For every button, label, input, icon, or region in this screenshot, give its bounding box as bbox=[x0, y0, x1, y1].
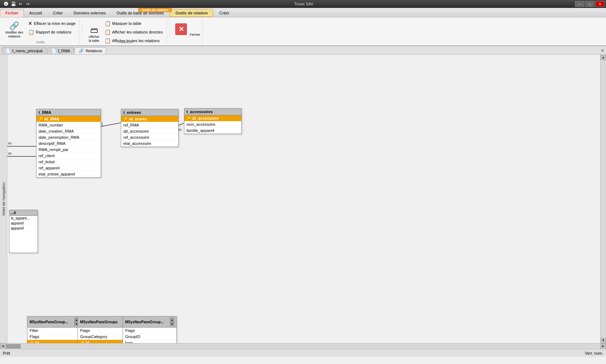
msys3-scroll-down[interactable]: ▼ bbox=[170, 322, 174, 326]
main-area: Volet de navigation 1 ∞ 1 ∞ bbox=[0, 55, 606, 349]
status-text: Prêt bbox=[3, 351, 10, 355]
table-t-accessoires: t_accessoires 🔑 id_accessoire nom_access… bbox=[184, 108, 242, 134]
ribbon-sep-2 bbox=[169, 20, 170, 38]
key-icon-id-rma: 🔑 bbox=[39, 117, 43, 121]
table-t-rma-header: t_RMA bbox=[36, 109, 101, 116]
field-etat-accessoire: etat_accessoire bbox=[121, 141, 178, 147]
afficher-toutes-btn[interactable]: 📋 Afficher toutes les relations bbox=[103, 37, 164, 45]
field-ref-client-label: ref_client bbox=[39, 154, 55, 158]
field-id-entree-label: id_entrée bbox=[129, 117, 147, 121]
fermer-label: Fermer bbox=[190, 33, 200, 36]
msys3-field-icon: Icon bbox=[123, 340, 176, 343]
tab-donnees-externes[interactable]: Données externes bbox=[68, 9, 111, 17]
ribbon-tabs: Fichier Accueil Créer Données externes O… bbox=[0, 8, 606, 17]
tab-fichier[interactable]: Fichier bbox=[0, 9, 24, 17]
tab-creer2[interactable]: Créer bbox=[214, 9, 235, 17]
msys1-field-filter: Filter bbox=[27, 328, 81, 334]
effacer-mise-en-page-btn[interactable]: ✕ Effacer la mise en page bbox=[26, 19, 77, 27]
fermer-btn[interactable]: ✕ bbox=[175, 23, 187, 35]
navigation-pane[interactable]: Volet de navigation bbox=[0, 55, 7, 343]
field-ref-accessoire-label: ref_accessoire bbox=[123, 135, 149, 139]
relations-group-label: Relations bbox=[119, 40, 133, 44]
field-ref-accessoire: ref_accessoire bbox=[121, 134, 178, 141]
table-msys3-scrollbtns: ▲ ▼ bbox=[170, 318, 174, 326]
doc-tab-f-rma[interactable]: 📄 f_RMA bbox=[47, 47, 74, 54]
afficher-directes-btn[interactable]: 📋 Afficher les relations directes bbox=[103, 28, 164, 36]
outils-small-btns: ✕ Effacer la mise en page 📋 Rapport de r… bbox=[26, 19, 77, 41]
field-id-accessoire: 🔑 id_accessoire bbox=[184, 115, 241, 121]
table-msys3: MSysNavPaneGroup... ▲ ▼ Flags GroupID Ic… bbox=[123, 316, 177, 343]
modifier-relations-label: Modifier desrelations bbox=[5, 31, 23, 39]
field-qtt-accessoire: qtt_accessoire bbox=[121, 128, 178, 134]
nav-table-spacer bbox=[9, 231, 38, 253]
minimize-btn[interactable]: ─ bbox=[575, 1, 584, 7]
afficher-table-btn[interactable]: 🗃 Afficherla table bbox=[87, 25, 101, 44]
titlebar: 🅐 💾 ↩ ↪ Ticket SAV ─ □ ✕ bbox=[0, 0, 606, 8]
redo-qat-btn[interactable]: ↪ bbox=[25, 1, 31, 7]
contextual-group-header: Outils de relation bbox=[138, 8, 172, 12]
field-famille-appareil: famille_appareil bbox=[184, 128, 241, 134]
afficher-table-icon: 🗃 bbox=[90, 26, 98, 34]
tab-creer[interactable]: Créer bbox=[48, 9, 69, 17]
quick-access-toolbar: 🅐 💾 ↩ ↪ bbox=[1, 1, 32, 7]
modifier-relations-btn[interactable]: 🔗 Modifier desrelations bbox=[4, 21, 25, 40]
close-doc-tab-btn[interactable]: ✕ bbox=[601, 48, 605, 53]
close-btn[interactable]: ✕ bbox=[595, 1, 605, 7]
field-rma-number-label: RMA_number bbox=[39, 123, 63, 127]
table-t-rma-title: t_RMA bbox=[39, 110, 51, 115]
undo-qat-btn[interactable]: ↩ bbox=[17, 1, 24, 7]
fermer-icon: ✕ bbox=[179, 25, 184, 33]
field-etat-entree-label: etat_entree_appareil bbox=[39, 172, 75, 176]
msys3-field-flags: Flags bbox=[123, 328, 176, 334]
field-ref-appareil-label: ref_appareil bbox=[39, 166, 60, 170]
tab-outils-relation[interactable]: Outils de relation bbox=[170, 9, 213, 17]
field-nom-accessoire: nom_accessoire bbox=[184, 121, 241, 128]
table-t-accessoires-header: t_accessoires bbox=[184, 108, 241, 115]
table-msys1-title: MSysNavPaneGroup... bbox=[30, 320, 68, 324]
svg-text:∞: ∞ bbox=[8, 140, 12, 146]
table-t-entrees-title: t_entrees bbox=[123, 110, 141, 115]
v-scroll-up-btn[interactable]: ▲ bbox=[601, 55, 606, 60]
table-msys3-title: MSysNavPaneGroup... bbox=[125, 320, 164, 324]
field-ref-rma: ref_RMA bbox=[121, 122, 178, 128]
v-scroll-down-btn[interactable]: ▼ bbox=[601, 338, 606, 343]
field-qtt-accessoire-label: qtt_accessoire bbox=[123, 129, 149, 133]
h-scrollbar: ◄ ► bbox=[0, 343, 606, 349]
rapport-relations-btn[interactable]: 📋 Rapport de relations bbox=[26, 28, 77, 36]
table-msys1-header: MSysNavPaneGroup... ▲ ▼ bbox=[27, 316, 81, 328]
h-scroll-right-btn[interactable]: ► bbox=[600, 343, 606, 349]
h-scroll-left-btn[interactable]: ◄ bbox=[0, 343, 6, 349]
ribbon-group-relations-content: 🗃 Afficherla table 📋 Masquer la table 📋 … bbox=[87, 19, 164, 56]
save-qat-btn[interactable]: 💾 bbox=[10, 1, 17, 7]
field-ref-client: ref_client bbox=[36, 153, 101, 159]
key-msys2-id: 🔑 bbox=[80, 341, 84, 343]
titlebar-controls: ─ □ ✕ bbox=[575, 1, 605, 7]
key-icon-id-accessoire: 🔑 bbox=[186, 116, 191, 120]
field-nom-accessoire-label: nom_accessoire bbox=[186, 122, 215, 126]
directes-label: Afficher les relations directes bbox=[112, 30, 163, 34]
svg-text:∞: ∞ bbox=[8, 150, 12, 156]
field-rma-rempli-par: RMA_rempli_par bbox=[36, 147, 101, 153]
titlebar-title: Ticket SAV bbox=[32, 2, 575, 6]
ribbon-group-fermer: ✕ Fermer bbox=[172, 19, 203, 45]
field-rma-rempli-par-label: RMA_rempli_par bbox=[39, 147, 69, 152]
nav-table-field-3: appareil bbox=[9, 226, 38, 231]
masquer-label: Masquer la table bbox=[112, 21, 141, 26]
msys1-field-flags: Flags bbox=[27, 334, 81, 340]
maximize-btn[interactable]: □ bbox=[585, 1, 594, 7]
field-id-rma: 🔑 id_RMA bbox=[36, 116, 101, 122]
h-scroll-thumb[interactable] bbox=[6, 344, 21, 349]
v-scrollbar[interactable]: ▲ ▼ bbox=[600, 55, 606, 343]
doc-tab-f-menu-principal[interactable]: 📄 f_menu_principal bbox=[1, 47, 47, 54]
table-msys2-title: MSysNavPaneGroups bbox=[80, 320, 118, 324]
outils-group-label: Outils bbox=[36, 40, 45, 44]
msys3-scroll-up[interactable]: ▲ bbox=[170, 318, 174, 322]
v-scroll-track bbox=[601, 60, 606, 338]
doc-tab-f-menu-principal-icon: 📄 bbox=[5, 48, 11, 53]
field-date-peremption-label: date_peremption_RMA bbox=[39, 135, 79, 139]
masquer-table-btn[interactable]: 📋 Masquer la table bbox=[103, 19, 164, 27]
field-id-rma-label: id_RMA bbox=[44, 117, 59, 121]
tab-accueil[interactable]: Accueil bbox=[24, 9, 47, 17]
doc-tab-f-rma-label: f_RMA bbox=[58, 49, 70, 53]
ribbon-content: 🔗 Modifier desrelations ✕ Effacer la mis… bbox=[0, 17, 606, 46]
